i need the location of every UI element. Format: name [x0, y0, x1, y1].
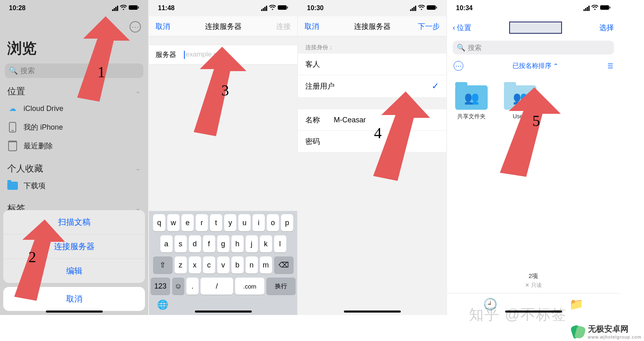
identity-guest[interactable]: 客人: [298, 54, 446, 75]
trash-icon: [7, 141, 18, 151]
search-input[interactable]: 🔍 搜索: [453, 41, 614, 54]
key-z[interactable]: z: [175, 256, 187, 274]
key-slash[interactable]: /: [201, 278, 233, 295]
annotation-3: 3: [221, 81, 229, 99]
password-field[interactable]: 密码: [298, 131, 446, 152]
footer-info: 2项 ✕ 只读: [447, 272, 620, 289]
sort-button[interactable]: 已按名称排序 ⌃: [512, 62, 558, 70]
key-p[interactable]: p: [281, 214, 293, 231]
svg-rect-6: [278, 5, 287, 10]
search-input[interactable]: 🔍 搜索: [5, 63, 143, 78]
key-e[interactable]: e: [182, 214, 194, 231]
favorites-header[interactable]: 个人收藏 ⌄: [0, 161, 148, 176]
key-b[interactable]: b: [231, 256, 244, 274]
key-dotcom[interactable]: .com: [235, 278, 264, 295]
key-backspace[interactable]: ⌫: [274, 256, 294, 274]
action-sheet: 扫描文稿 连接服务器 编辑 取消: [3, 210, 145, 311]
home-indicator[interactable]: [46, 311, 103, 313]
folder-icon: [7, 180, 18, 191]
home-indicator[interactable]: [195, 311, 252, 313]
cloud-icon: ☁: [7, 103, 18, 114]
key-c[interactable]: c: [203, 256, 215, 274]
key-r[interactable]: r: [196, 214, 208, 231]
key-d[interactable]: d: [189, 235, 201, 252]
key-f[interactable]: f: [203, 235, 215, 252]
key-shift[interactable]: ⇧: [153, 256, 173, 274]
key-w[interactable]: w: [167, 214, 179, 231]
text-cursor: [184, 51, 185, 59]
server-field-row[interactable]: 服务器 example.com: [149, 45, 297, 65]
folder-shared[interactable]: 👥 共享文件夹: [455, 85, 488, 120]
folder-users[interactable]: 👥 Users: [504, 85, 536, 120]
svg-rect-2: [138, 7, 139, 9]
wifi-icon: [269, 4, 276, 12]
key-a[interactable]: a: [160, 235, 173, 252]
sheet-scan-documents[interactable]: 扫描文稿: [3, 210, 145, 235]
key-v[interactable]: v: [217, 256, 229, 274]
key-numbers[interactable]: 123: [151, 278, 170, 295]
key-globe[interactable]: 🌐: [156, 299, 169, 311]
identity-registered[interactable]: 注册用户✓: [298, 75, 446, 97]
more-button[interactable]: ⋯: [454, 61, 463, 71]
connect-button[interactable]: 连接: [262, 22, 291, 31]
key-dot[interactable]: .: [186, 278, 199, 295]
key-n[interactable]: n: [246, 256, 258, 274]
view-toggle-button[interactable]: ☰: [607, 62, 613, 70]
key-g[interactable]: g: [217, 235, 229, 252]
chevron-down-icon: ⌄: [135, 165, 141, 172]
nav-bar: 取消 连接服务器 连接: [149, 16, 297, 37]
key-t[interactable]: t: [210, 214, 222, 231]
sheet-connect-server[interactable]: 连接服务器: [3, 235, 145, 259]
home-indicator[interactable]: [344, 311, 401, 313]
svg-rect-1: [129, 5, 138, 10]
more-menu-button[interactable]: ⋯: [130, 21, 141, 33]
key-emoji[interactable]: ☺: [172, 278, 184, 295]
key-u[interactable]: u: [238, 214, 251, 231]
key-j[interactable]: j: [246, 235, 258, 252]
sheet-edit[interactable]: 编辑: [3, 259, 145, 283]
key-s[interactable]: s: [175, 235, 187, 252]
brand-badge: 无极安卓网 www.wjhotelgroup.com: [572, 324, 642, 339]
battery-icon: [427, 4, 437, 12]
wifi-icon: [120, 4, 127, 12]
next-button[interactable]: 下一步: [411, 22, 440, 31]
sheet-cancel[interactable]: 取消: [3, 287, 145, 311]
key-o[interactable]: o: [267, 214, 279, 231]
status-bar: 11:48: [149, 0, 297, 16]
toolbar: ⋯ 已按名称排序 ⌃ ☰: [447, 59, 620, 73]
folder-icon: 👥: [455, 85, 488, 110]
key-m[interactable]: m: [260, 256, 272, 274]
key-l[interactable]: l: [274, 235, 286, 252]
select-button[interactable]: 选择: [599, 23, 614, 33]
key-x[interactable]: x: [189, 256, 201, 274]
location-icloud[interactable]: ☁iCloud Drive: [0, 99, 148, 118]
key-h[interactable]: h: [231, 235, 244, 252]
back-button[interactable]: ‹位置: [453, 23, 471, 33]
key-enter[interactable]: 换行: [266, 278, 296, 295]
location-recently-deleted[interactable]: 最近删除: [0, 137, 148, 155]
folder-icon: 👥: [504, 85, 536, 110]
connect-as-label: 连接身份：: [298, 37, 446, 54]
nav-title: 连接服务器: [333, 22, 411, 31]
locations-header[interactable]: 位置 ⌄: [0, 84, 148, 99]
screen-1-browse: 10:28 ⋯ 浏览 🔍 搜索 位置 ⌄ ☁iCloud Drive 我的 iP…: [0, 0, 149, 315]
favorite-downloads[interactable]: 下载项: [0, 176, 148, 195]
key-k[interactable]: k: [260, 235, 272, 252]
cancel-button[interactable]: 取消: [156, 22, 184, 31]
search-icon: 🔍: [9, 66, 18, 75]
watermark: 知乎 @不标签: [469, 305, 567, 325]
cancel-button[interactable]: 取消: [305, 22, 333, 31]
chevron-down-icon: ⌄: [135, 88, 141, 94]
key-y[interactable]: y: [224, 214, 236, 231]
battery-icon: [129, 4, 139, 12]
location-iphone[interactable]: 我的 iPhone: [0, 118, 148, 137]
key-i[interactable]: i: [253, 214, 265, 231]
search-icon: 🔍: [457, 43, 465, 52]
name-field[interactable]: 名称M-Ceasar: [298, 109, 446, 131]
svg-point-0: [123, 9, 124, 10]
status-bar: 10:34: [447, 0, 620, 16]
svg-rect-11: [436, 7, 437, 9]
tab-browse[interactable]: 📁: [569, 298, 583, 311]
iphone-icon: [7, 122, 18, 132]
key-q[interactable]: q: [153, 214, 165, 231]
